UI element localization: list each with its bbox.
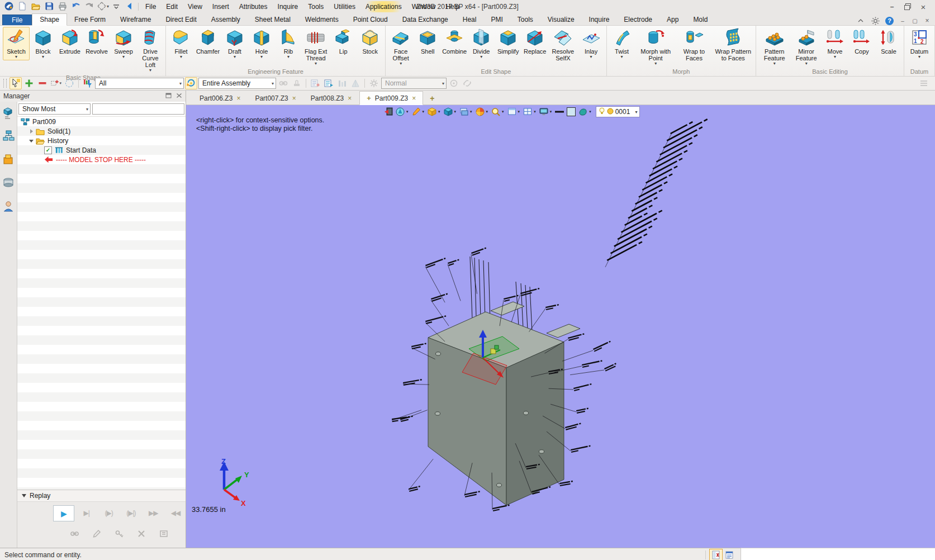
wrap-pattern-to-faces-button[interactable]: Wrap Pattern to Faces [712,27,754,63]
datum-display-icon[interactable] [426,107,442,117]
close-tab-icon[interactable] [292,94,296,102]
key-button[interactable] [109,526,129,541]
minimize-button[interactable] [888,3,896,11]
target-point-icon[interactable] [448,77,460,89]
pick-scope-icon[interactable] [185,77,197,89]
menu-window[interactable]: Window [407,1,441,12]
twist-button[interactable]: Twist [609,27,635,60]
fillet-button[interactable]: Fillet [168,27,194,60]
ribbon-tab-pmi[interactable]: PMI [483,14,510,25]
close-tab-icon[interactable] [412,94,416,102]
layer-combo[interactable]: 0001 [596,106,640,117]
draft-button[interactable]: Draft [221,27,248,60]
menu-file[interactable]: File [140,1,161,12]
doc-tab-part006-z3[interactable]: Part006.Z3 [193,92,247,105]
checkbox-checked[interactable]: ✓ [44,146,52,154]
undo-icon[interactable] [70,1,82,12]
pattern-feature-button[interactable]: Pattern Feature [758,27,791,67]
doc-tab-part008-z3[interactable]: Part008.Z3 [304,92,358,105]
ribbon-tab-file[interactable]: File [2,15,32,25]
pick-last-icon[interactable] [291,77,303,89]
line-width-icon[interactable] [554,107,565,117]
restore-button[interactable] [904,3,912,11]
snap-settings-icon[interactable] [368,77,380,89]
split-view-icon[interactable] [522,107,538,117]
print-icon[interactable] [56,1,69,12]
tree-item-history[interactable]: History [17,136,186,145]
collapse-icon[interactable] [29,138,35,144]
manager-roll-tab-icon[interactable] [2,177,15,190]
tree-item-solid-1[interactable]: Solid(1) [17,126,186,136]
viewport-3d-scene[interactable] [186,105,935,548]
close-tab-icon[interactable] [236,94,240,102]
link-constraint-icon[interactable] [461,77,473,89]
extrude-button[interactable]: Extrude [56,27,83,56]
selection-bars-icon[interactable] [336,77,348,89]
play-button[interactable]: ▶ [53,505,74,521]
rib-button[interactable]: Rib [275,27,302,60]
mirror-feature-button[interactable]: Mirror Feature [791,27,822,67]
toolbar-gripper[interactable] [3,79,7,88]
pick-scope-combo[interactable]: Entire Assembly [198,78,276,89]
combine-button[interactable]: Combine [441,27,468,56]
doc-tab-part007-z3[interactable]: Part007.Z3 [248,92,302,105]
chain-pick-icon[interactable] [277,77,289,89]
close-tab-icon[interactable] [348,94,352,102]
revolve-button[interactable]: Revolve [83,27,110,56]
ribbon-tab-data-exchange[interactable]: Data Exchange [395,14,455,25]
play-to-button[interactable]: ▶| [77,505,97,520]
drive-curve-loft-button[interactable]: Drive Curve Loft [137,27,164,74]
chamfer-button[interactable]: Chamfer [194,27,221,56]
toolbox-panel-icon[interactable] [709,549,723,560]
manager-session-tab-icon[interactable] [2,200,15,213]
manager-visual-tab-icon[interactable] [2,153,15,167]
ribbon-tab-free-form[interactable]: Free Form [67,14,113,25]
window-view-icon[interactable] [506,107,522,117]
menu-utilities[interactable]: Utilities [329,1,360,12]
divide-button[interactable]: Divide [468,27,495,60]
panel-button[interactable] [154,526,174,541]
show-filter-combo[interactable]: Show Most [18,103,91,115]
pick-box-icon[interactable]: ▾ [50,77,62,89]
exit-viewport-icon[interactable] [383,107,394,117]
lip-button[interactable]: Lip [330,27,357,56]
ribbon-tab-inquire[interactable]: Inquire [582,14,617,25]
menu-view[interactable]: View [183,1,207,12]
select-mode-icon[interactable] [10,77,22,89]
shell-button[interactable]: Shell [414,27,441,56]
new-tab-button[interactable]: + [424,94,440,105]
menu-edit[interactable]: Edit [161,1,183,12]
status-input-field[interactable] [741,548,935,560]
filter-icon[interactable] [82,77,94,89]
snap-mode-combo[interactable]: Normal [381,78,447,89]
viewport[interactable]: 0001 <right-click> for context-sensitive… [186,105,935,548]
view-orientation-icon[interactable] [395,107,410,117]
copy-button[interactable]: Copy [848,27,875,56]
layer-stack-icon[interactable] [458,107,474,117]
ribbon-tab-direct-edit[interactable]: Direct Edit [158,14,203,25]
expand-icon[interactable] [29,129,35,134]
menu-insert[interactable]: Insert [207,1,234,12]
edit-button[interactable] [87,526,107,541]
material-swatch[interactable] [577,107,593,117]
ribbon-tab-weldments[interactable]: Weldments [298,14,346,25]
tree-item-model-stop-here[interactable]: ----- MODEL STOP HERE ----- [17,155,186,164]
move-button[interactable]: Move [822,27,848,60]
doc-tab-part009-z3[interactable]: +Part009.Z3 [359,91,423,105]
collapse-ribbon-icon[interactable] [856,16,865,25]
ribbon-tab-point-cloud[interactable]: Point Cloud [346,14,395,25]
help-icon[interactable] [885,17,894,25]
menu-inquire[interactable]: Inquire [273,1,303,12]
sketch-button[interactable]: Sketch [3,27,30,60]
play-pause-button[interactable]: (▶|) [121,505,141,520]
entity-filter-combo[interactable]: All [95,78,184,89]
open-file-icon[interactable] [30,1,42,12]
new-file-icon[interactable] [16,1,29,12]
block-button[interactable]: Block [30,27,56,60]
replay-header[interactable]: Replay [17,490,186,502]
stock-button[interactable]: Stock [357,27,383,56]
display-settings-icon[interactable] [538,107,554,117]
fast-forward-button[interactable]: ▶▶ [143,505,163,520]
refresh-icon[interactable]: ▾ [97,1,109,12]
inlay-button[interactable]: Inlay [578,27,605,60]
